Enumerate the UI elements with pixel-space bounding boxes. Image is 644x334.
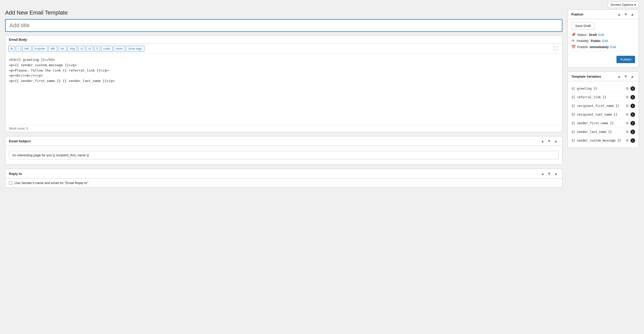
toolbar-ins[interactable]: ins — [58, 46, 67, 51]
info-variable-button[interactable]: i — [630, 112, 635, 117]
email-subject-close[interactable]: ▲ — [553, 138, 559, 144]
copy-variable-button[interactable]: ⧉ — [625, 120, 629, 126]
visibility-label: Visibility: — [576, 39, 589, 43]
visibility-value: Public — [591, 39, 601, 43]
template-variables-metabox: Template Variables ▲ ▼ ▲ {{ greeting }}⧉… — [568, 72, 639, 148]
publish-metabox: Publish ▲ ▼ ▲ Save Draft 📌 Status: Draft… — [568, 9, 639, 67]
editor-toolbar: b i link b-quote del ins img ul ol li co… — [5, 44, 562, 54]
toolbar-ul[interactable]: ul — [78, 46, 85, 51]
reply-to-title: Reply to — [9, 172, 22, 176]
email-subject-controls: ▲ ▼ ▲ — [540, 138, 559, 144]
toolbar-fullscreen[interactable]: ⛶ — [552, 46, 559, 51]
email-body-metabox: Email Body b i link b-quote del ins img … — [5, 35, 562, 132]
variable-name: {{ referral_link }} — [571, 95, 624, 99]
info-variable-button[interactable]: i — [630, 130, 635, 134]
template-variable-item: {{ recipient_last_name }}⧉i — [571, 110, 635, 119]
reply-to-controls: ▲ ▼ ▲ — [540, 171, 559, 176]
email-subject-title: Email Subject — [9, 139, 31, 143]
screen-options-button[interactable]: Screen Options ▾ — [608, 2, 639, 8]
reply-to-header: Reply to ▲ ▼ ▲ — [5, 169, 562, 178]
calendar-icon: 📅 — [571, 45, 576, 49]
save-draft-button[interactable]: Save Draft — [571, 22, 595, 30]
tv-close[interactable]: ▲ — [629, 74, 635, 79]
editor-body[interactable]: <h3>{{ greeting }}</h3> <p>{{ sender_cus… — [5, 54, 562, 125]
reply-to-body: Use Sender's name and email for "Email R… — [5, 178, 562, 187]
template-variable-item: {{ referral_link }}⧉i — [571, 93, 635, 102]
template-variables-title: Template Variables — [571, 75, 601, 78]
variable-name: {{ sender_custom_message }} — [571, 139, 624, 142]
info-variable-button[interactable]: i — [630, 104, 635, 108]
email-subject-header: Email Subject ▲ ▼ ▲ — [5, 136, 562, 146]
template-variables-controls: ▲ ▼ ▲ — [616, 74, 635, 79]
publish-collapse-up[interactable]: ▲ — [616, 12, 622, 17]
publish-collapse-down[interactable]: ▼ — [623, 12, 628, 17]
email-subject-collapse-up[interactable]: ▲ — [540, 138, 545, 144]
toolbar-italic[interactable]: i — [16, 46, 21, 51]
screen-options-bar: Screen Options ▾ — [0, 0, 644, 9]
copy-variable-button[interactable]: ⧉ — [625, 129, 629, 134]
template-variables-header: Template Variables ▲ ▼ ▲ — [568, 72, 639, 81]
publish-visibility-row: 👁 Visibility: Public Edit — [571, 39, 635, 43]
status-label: Status: — [577, 33, 587, 37]
word-count: Word count: 9 — [5, 125, 562, 132]
content-area: Add New Email Template Email Body b i li… — [5, 9, 562, 192]
template-variable-item: {{ sender_custom_message }}⧉i — [571, 136, 635, 145]
publish-metabox-title: Publish — [571, 12, 583, 16]
reply-to-checkbox[interactable] — [9, 181, 12, 185]
email-subject-body — [5, 146, 562, 164]
info-variable-button[interactable]: i — [630, 138, 635, 143]
info-variable-button[interactable]: i — [630, 95, 635, 100]
variable-name: {{ greeting }} — [571, 87, 624, 90]
variable-name: {{ recipient_last_name }} — [571, 113, 624, 116]
reply-to-metabox: Reply to ▲ ▼ ▲ Use Sender's name and ema… — [5, 169, 562, 188]
title-input[interactable] — [5, 19, 562, 32]
toolbar-ol[interactable]: ol — [86, 46, 93, 51]
template-variable-item: {{ sender_first_name }}⧉i — [571, 119, 635, 128]
copy-variable-button[interactable]: ⧉ — [625, 138, 629, 143]
copy-variable-button[interactable]: ⧉ — [625, 112, 629, 117]
tv-collapse-up[interactable]: ▲ — [616, 74, 622, 79]
toolbar-img[interactable]: img — [68, 46, 77, 51]
publish-time-label: Publish — [577, 45, 588, 49]
copy-variable-button[interactable]: ⧉ — [625, 103, 629, 108]
copy-variable-button[interactable]: ⧉ — [625, 94, 629, 100]
info-variable-button[interactable]: i — [630, 121, 635, 126]
sidebar: Publish ▲ ▼ ▲ Save Draft 📌 Status: Draft… — [568, 9, 639, 152]
reply-to-label[interactable]: Use Sender's name and email for "Email R… — [15, 181, 88, 185]
info-variable-button[interactable]: i — [630, 86, 635, 91]
copy-variable-button[interactable]: ⧉ — [625, 86, 629, 91]
email-body-header: Email Body — [5, 36, 562, 44]
email-body-title: Email Body — [9, 38, 27, 41]
template-variable-item: {{ greeting }}⧉i — [571, 84, 635, 93]
variable-name: {{ recipient_first_name }} — [571, 104, 624, 108]
email-subject-collapse-down[interactable]: ▼ — [546, 138, 552, 144]
toolbar-link[interactable]: link — [22, 46, 31, 51]
visibility-edit-link[interactable]: Edit — [602, 39, 608, 43]
variable-name: {{ sender_first_name }} — [571, 121, 624, 125]
publish-close[interactable]: ▲ — [629, 12, 635, 17]
publish-footer: Publish — [571, 51, 635, 64]
publish-metabox-controls: ▲ ▼ ▲ — [616, 12, 635, 17]
toolbar-bquote[interactable]: b-quote — [32, 46, 47, 51]
toolbar-close-tags[interactable]: close tags — [126, 46, 144, 51]
status-edit-link[interactable]: Edit — [598, 33, 604, 37]
toolbar-del[interactable]: del — [48, 46, 57, 51]
variable-name: {{ sender_last_name }} — [571, 130, 624, 134]
publish-time-edit-link[interactable]: Edit — [610, 45, 616, 49]
reply-to-collapse-down[interactable]: ▼ — [546, 171, 552, 176]
status-value: Draft — [589, 33, 597, 37]
toolbar-li[interactable]: li — [94, 46, 100, 51]
toolbar-bold[interactable]: b — [8, 46, 15, 51]
toolbar-more[interactable]: more — [113, 46, 125, 51]
reply-to-close[interactable]: ▲ — [553, 171, 559, 176]
reply-to-collapse-up[interactable]: ▲ — [540, 171, 545, 176]
publish-metabox-body: Save Draft 📌 Status: Draft Edit 👁 Visibi… — [568, 19, 639, 67]
toolbar-code[interactable]: code — [101, 46, 112, 51]
publish-time-row: 📅 Publish immediately Edit — [571, 45, 635, 49]
tv-collapse-down[interactable]: ▼ — [623, 74, 628, 79]
email-subject-input[interactable] — [9, 151, 559, 159]
publish-time-value: immediately — [590, 45, 609, 49]
publish-button[interactable]: Publish — [616, 56, 635, 63]
template-variable-item: {{ recipient_first_name }}⧉i — [571, 102, 635, 110]
page-title: Add New Email Template — [5, 9, 562, 16]
